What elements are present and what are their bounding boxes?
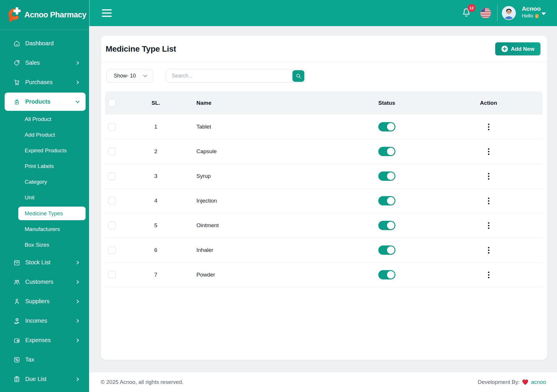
sidebar-subitem-category[interactable]: Category xyxy=(0,174,89,190)
status-toggle[interactable] xyxy=(378,122,395,131)
sidebar-item-expenses[interactable]: Expenses xyxy=(0,330,89,350)
row-checkbox[interactable] xyxy=(108,172,116,180)
row-name: Ointment xyxy=(186,222,339,229)
sidebar-item-incomes[interactable]: $ Incomes xyxy=(0,311,89,330)
chevron-right-icon xyxy=(76,261,80,265)
chevron-right-icon xyxy=(76,377,80,381)
development-by-label: Development By: xyxy=(478,379,520,385)
sidebar-subitem-expired-products[interactable]: Expired Products xyxy=(0,143,89,158)
row-actions-menu-button[interactable] xyxy=(486,245,492,255)
row-checkbox[interactable] xyxy=(108,123,116,131)
income-coin-hand-icon: $ xyxy=(13,317,20,324)
row-sl: 7 xyxy=(125,272,186,278)
card-header: Medicine Type List Add New xyxy=(101,36,547,62)
row-name: Syrup xyxy=(186,173,339,179)
sidebar-item-due-list[interactable]: Due List xyxy=(0,369,89,389)
developer-link[interactable]: acnoo xyxy=(531,379,546,385)
brand-name: Acnoo Pharmacy xyxy=(24,10,86,19)
user-avatar[interactable] xyxy=(502,6,516,20)
status-toggle[interactable] xyxy=(378,196,395,205)
clipboard-list-icon xyxy=(13,376,20,383)
row-checkbox[interactable] xyxy=(108,222,116,229)
user-greeting: Hello xyxy=(522,12,533,19)
select-all-checkbox[interactable] xyxy=(108,99,116,107)
brand-logo[interactable]: Acnoo Pharmacy xyxy=(0,0,89,30)
home-icon xyxy=(13,40,20,47)
table-header-row: SL. Name Status Action xyxy=(105,91,542,115)
row-sl: 4 xyxy=(125,198,186,204)
chevron-down-icon xyxy=(143,73,148,78)
sidebar: Acnoo Pharmacy Dashboard Sales xyxy=(0,0,89,392)
chevron-right-icon xyxy=(76,61,80,65)
search-button[interactable] xyxy=(292,70,304,82)
row-actions-menu-button[interactable] xyxy=(486,147,492,156)
sidebar-item-dashboard[interactable]: Dashboard xyxy=(0,34,89,53)
add-new-button[interactable]: Add New xyxy=(495,42,540,55)
row-actions-menu-button[interactable] xyxy=(486,270,492,280)
column-header-action: Action xyxy=(435,100,542,106)
chevron-right-icon xyxy=(76,80,80,84)
status-toggle[interactable] xyxy=(378,171,395,181)
row-checkbox[interactable] xyxy=(108,148,116,155)
sidebar-item-stock-list[interactable]: Stock List xyxy=(0,253,89,272)
row-actions-menu-button[interactable] xyxy=(486,122,492,132)
row-actions-menu-button[interactable] xyxy=(486,221,492,230)
search-box xyxy=(166,69,306,83)
notifications-button[interactable]: 12 xyxy=(462,8,471,19)
sidebar-subitem-print-labels[interactable]: Print Labels xyxy=(0,158,89,174)
row-name: Capsule xyxy=(186,148,339,155)
sidebar-toggle-button[interactable] xyxy=(101,8,113,18)
column-header-status: Status xyxy=(339,100,435,106)
notification-count-badge: 12 xyxy=(468,4,475,12)
row-sl: 6 xyxy=(125,247,186,253)
sidebar-item-suppliers[interactable]: Suppliers xyxy=(0,292,89,311)
row-actions-menu-button[interactable] xyxy=(486,196,492,206)
status-toggle[interactable] xyxy=(378,147,395,156)
user-menu-caret-icon[interactable] xyxy=(541,12,546,15)
row-sl: 5 xyxy=(125,222,186,229)
row-checkbox[interactable] xyxy=(108,271,116,279)
table-row: 7 Powder xyxy=(105,263,542,287)
search-icon xyxy=(296,73,301,79)
row-checkbox[interactable] xyxy=(108,197,116,205)
sidebar-subitem-manufacturers[interactable]: Manufacturers xyxy=(0,221,89,237)
supplier-person-icon xyxy=(13,298,20,305)
sidebar-subitem-add-product[interactable]: Add Product xyxy=(0,127,89,143)
chevron-down-icon xyxy=(75,100,80,104)
sidebar-subitem-box-sizes[interactable]: Box Sizes xyxy=(0,237,89,253)
pharmacy-logo-icon xyxy=(8,7,21,23)
sidebar-subitem-all-product[interactable]: All Product xyxy=(0,111,89,127)
search-input[interactable] xyxy=(166,69,282,82)
chevron-right-icon xyxy=(76,338,80,342)
sidebar-item-sales[interactable]: Sales xyxy=(0,53,89,73)
user-name: Acnoo xyxy=(522,5,541,12)
medicine-types-table: SL. Name Status Action 1 Tablet 2 Capsul… xyxy=(105,91,542,287)
user-menu[interactable]: Acnoo Hello xyxy=(522,5,541,19)
show-entries-select[interactable]: Show- 10 xyxy=(106,69,153,83)
medicine-type-list-card: Medicine Type List Add New Show- 10 xyxy=(101,36,547,360)
waving-hand-icon xyxy=(534,14,539,19)
row-actions-menu-button[interactable] xyxy=(486,171,492,181)
language-flag-us[interactable] xyxy=(480,8,491,18)
page-title: Medicine Type List xyxy=(106,44,176,54)
sidebar-subitem-unit[interactable]: Unit xyxy=(0,190,89,205)
column-header-sl: SL. xyxy=(125,100,186,106)
sidebar-subitem-medicine-types[interactable]: Medicine Types xyxy=(18,207,86,220)
status-toggle[interactable] xyxy=(378,245,395,255)
wallet-icon xyxy=(13,337,20,344)
chevron-right-icon xyxy=(76,299,80,304)
table-row: 6 Inhaler xyxy=(105,238,542,263)
status-toggle[interactable] xyxy=(378,221,395,230)
sidebar-item-products[interactable]: Products xyxy=(5,93,86,111)
sidebar-nav: Dashboard Sales Purchases xyxy=(0,30,89,389)
status-toggle[interactable] xyxy=(378,270,395,279)
row-checkbox[interactable] xyxy=(108,246,116,254)
table-row: 2 Capsule xyxy=(105,139,542,164)
row-sl: 3 xyxy=(125,173,186,179)
table-row: 5 Ointment xyxy=(105,213,542,238)
sidebar-item-customers[interactable]: Customers xyxy=(0,272,89,292)
plus-circle-icon xyxy=(501,46,508,52)
sidebar-item-tax[interactable]: Tax xyxy=(0,350,89,369)
column-header-name: Name xyxy=(186,100,339,106)
sidebar-item-purchases[interactable]: Purchases xyxy=(0,73,89,92)
